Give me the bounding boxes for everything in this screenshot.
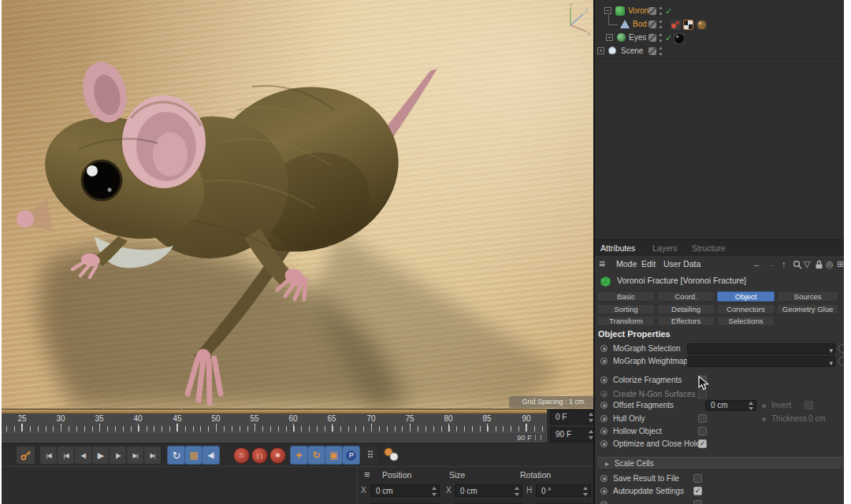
section-tab-coord[interactable]: Coord. — [657, 291, 715, 302]
material-tag-icon[interactable] — [697, 20, 707, 30]
sound-button[interactable]: ◀) — [202, 446, 220, 465]
history-back-icon[interactable]: ← — [753, 256, 761, 272]
invert-checkbox[interactable] — [805, 401, 813, 410]
visibility-dots[interactable] — [660, 34, 662, 42]
anim-radio[interactable] — [600, 475, 608, 482]
anim-radio[interactable] — [600, 440, 608, 447]
menu-user-data[interactable]: User Data — [663, 256, 700, 272]
pos-x-field[interactable]: 0 cm — [370, 484, 440, 497]
anim-radio[interactable] — [600, 415, 608, 422]
mouse-model[interactable] — [0, 0, 595, 409]
keyframe-position-button[interactable]: + — [290, 446, 308, 465]
goto-end-button[interactable]: ▶| — [143, 446, 162, 465]
value-stepper[interactable] — [747, 402, 754, 410]
record-keyframe-button[interactable]: ⚿ — [233, 447, 250, 464]
render-preview-button[interactable]: ▦ — [184, 446, 203, 465]
coords-menu-icon[interactable]: ≡ — [364, 469, 370, 480]
keyframe-parameter-button[interactable]: P — [342, 446, 360, 465]
menu-mode[interactable]: Mode — [616, 256, 637, 272]
keying-settings-button[interactable]: ✱ — [269, 447, 286, 464]
attr-menu-icon[interactable]: ≡ — [599, 256, 605, 272]
section-tab-connectors[interactable]: Connectors — [717, 304, 775, 314]
value-stepper[interactable] — [513, 487, 520, 496]
object-row-eyes[interactable]: + Eyes ✓ — [595, 32, 851, 44]
tab-attributes[interactable]: Attributes — [600, 240, 635, 256]
value-stepper[interactable] — [582, 487, 589, 496]
object-label[interactable]: Eyes — [629, 32, 646, 44]
record-objects-button[interactable]: ( ) — [251, 447, 268, 464]
goto-start-button[interactable]: |◀ — [39, 446, 58, 465]
play-button[interactable]: ▶ — [91, 446, 110, 465]
new-panel-icon[interactable]: ⊞ — [837, 256, 844, 272]
object-row-scene[interactable]: + Scene — [595, 45, 851, 57]
end-frame-field[interactable]: 90 F — [550, 428, 596, 442]
object-label[interactable]: Scene — [621, 45, 643, 57]
anim-radio-dim[interactable] — [762, 404, 766, 408]
checker-texture-tag-icon[interactable] — [683, 20, 693, 30]
autoupdate-checkbox[interactable]: ✓ — [693, 487, 702, 495]
layer-chip[interactable] — [648, 47, 656, 55]
anim-radio[interactable] — [600, 391, 608, 398]
section-tab-effectors[interactable]: Effectors — [657, 316, 715, 326]
object-row-voronoi[interactable]: − Voron ✓ — [595, 5, 851, 17]
target-icon[interactable]: ◎ — [826, 256, 834, 272]
visibility-dots[interactable] — [660, 20, 662, 28]
autokey-button[interactable] — [16, 446, 35, 465]
anim-radio[interactable] — [600, 428, 608, 435]
value-stepper[interactable] — [430, 487, 437, 496]
lock-icon[interactable] — [815, 260, 823, 269]
next-key-button[interactable]: ▶| — [126, 446, 144, 465]
current-frame-field[interactable]: 0 F — [550, 410, 596, 424]
expand-icon[interactable]: + — [597, 47, 604, 54]
expand-icon[interactable]: + — [606, 34, 613, 41]
keyframe-scale-button[interactable]: ▣ — [325, 446, 343, 465]
filter-icon[interactable]: ▽ — [804, 256, 810, 272]
layer-chip[interactable] — [648, 7, 656, 15]
section-tab-sources[interactable]: Sources — [777, 291, 838, 302]
section-tab-detailing[interactable]: Detailing — [657, 304, 715, 314]
prev-frame-button[interactable]: ◀| — [74, 446, 92, 465]
menu-edit[interactable]: Edit — [641, 256, 656, 272]
anim-radio[interactable] — [600, 501, 608, 504]
dynamics-tag-icon[interactable] — [671, 20, 681, 30]
timeline-scrollbar[interactable]: 90 F — [0, 432, 547, 443]
search-icon[interactable] — [793, 260, 802, 269]
section-tab-sorting[interactable]: Sorting — [597, 304, 655, 314]
hollow-object-checkbox[interactable] — [698, 427, 707, 435]
object-label[interactable]: Bod — [633, 18, 647, 31]
section-tab-basic[interactable]: Basic — [597, 291, 655, 302]
visibility-dots[interactable] — [660, 7, 662, 15]
mograph-weightmap-field[interactable]: ▾ — [687, 356, 835, 367]
section-tab-selections[interactable]: Selections — [717, 316, 775, 326]
optimize-checkbox[interactable]: ✓ — [698, 439, 707, 448]
up-level-icon[interactable]: ↑ — [782, 256, 786, 272]
tab-layers[interactable]: Layers — [652, 240, 678, 256]
object-row-body[interactable]: Bod — [595, 18, 851, 31]
next-frame-button[interactable]: |▶ — [109, 446, 127, 465]
section-tab-transform[interactable]: Transform — [597, 316, 655, 326]
layer-chip[interactable] — [648, 20, 656, 28]
viewport-3d[interactable]: Y X Z Grid Spacing : 1 cm — [0, 0, 595, 409]
tab-structure[interactable]: Structure — [692, 240, 726, 256]
history-forward-icon[interactable]: → — [767, 256, 775, 272]
rot-h-field[interactable]: 0 ° — [536, 484, 591, 497]
anim-radio[interactable] — [600, 345, 608, 352]
anim-radio[interactable] — [600, 487, 608, 495]
scrollbar-grip[interactable] — [535, 435, 541, 440]
black-material-tag-icon[interactable] — [674, 33, 685, 44]
section-tab-geometry-glue[interactable]: Geometry Glue — [777, 304, 838, 314]
size-x-field[interactable]: 0 cm — [455, 484, 522, 497]
section-tab-object[interactable]: Object — [717, 291, 775, 302]
clipped-checkbox[interactable] — [693, 500, 702, 504]
object-label[interactable]: Voron — [628, 5, 648, 17]
hull-only-checkbox[interactable] — [698, 414, 707, 423]
anim-radio[interactable] — [600, 402, 608, 409]
enabled-check-icon[interactable]: ✓ — [665, 5, 672, 17]
loop-mode-button[interactable]: ↻ — [167, 446, 185, 465]
pla-button[interactable]: ⠿ — [361, 446, 379, 465]
keyframe-selection-icon[interactable] — [383, 447, 400, 461]
anim-radio[interactable] — [600, 358, 608, 365]
prev-key-button[interactable]: |◀ — [57, 446, 75, 465]
scale-cells-group[interactable]: ▸ Scale Cells — [597, 457, 843, 470]
layer-chip[interactable] — [648, 34, 656, 42]
